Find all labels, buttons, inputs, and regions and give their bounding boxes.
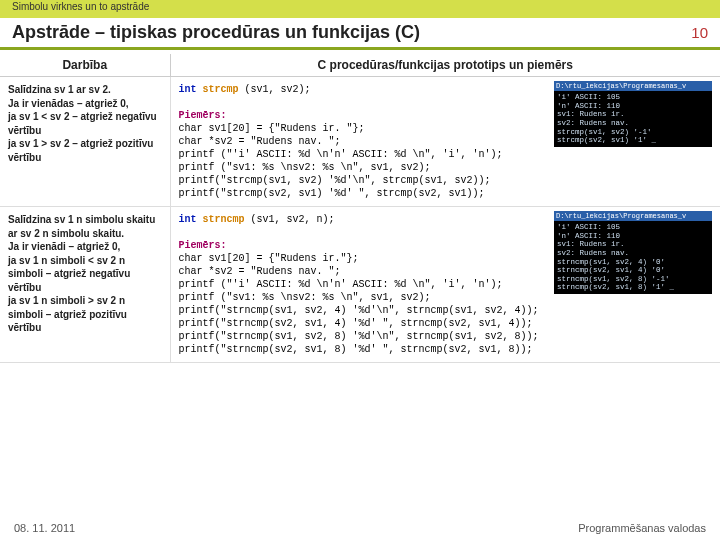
code-strcmp: int strcmp (sv1, sv2); Piemērs: char sv1… (170, 77, 550, 207)
desc-line: ja sv 1 n simboli > sv 2 n simboli – atg… (8, 295, 127, 333)
term-line: strcmp(sv1, sv2) '-1' (557, 128, 709, 137)
code-line: printf ("sv1: %s \nsv2: %s \n", sv1, sv2… (179, 292, 431, 303)
page-title: Apstrāde – tipiskas procedūras un funkci… (12, 22, 420, 43)
title-bar: Apstrāde – tipiskas procedūras un funkci… (0, 18, 720, 50)
table-row: Salīdzina sv 1 n simbolu skaitu ar sv 2 … (0, 207, 720, 363)
code-line: printf ("sv1: %s \nsv2: %s \n", sv1, sv2… (179, 162, 431, 173)
code-line: printf("strcmp(sv2, sv1) '%d' ", strcmp(… (179, 188, 485, 199)
functions-table: Darbība C procedūras/funkcijas prototips… (0, 54, 720, 363)
func-sig: (sv1, sv2); (239, 84, 311, 95)
func-name: strcmp (203, 84, 239, 95)
desc-line: Ja ir vienādi – atgriež 0, (8, 241, 120, 252)
term-line: strncmp(sv1, sv2, 4) '0' (557, 258, 709, 267)
code-line: char *sv2 = "Rudens nav. "; (179, 266, 341, 277)
code-line: printf("strncmp(sv2, sv1, 8) '%d' ", str… (179, 344, 533, 355)
code-line: printf("strcmp(sv1, sv2) '%d'\n", strcmp… (179, 175, 491, 186)
code-line: char sv1[20] = {"Rudens ir. "}; (179, 123, 365, 134)
output-strncmp: D:\rtu_lekcijas\Programesanas_v 'i' ASCI… (550, 207, 720, 363)
type-keyword: int (179, 214, 197, 225)
term-line: sv1: Rudens ir. (557, 240, 709, 249)
code-line: printf ("'i' ASCII: %d \n'n' ASCII: %d \… (179, 279, 503, 290)
func-sig: (sv1, sv2, n); (245, 214, 335, 225)
term-line: 'i' ASCII: 105 (557, 223, 709, 232)
term-line: sv2: Rudens nav. (557, 119, 709, 128)
term-line: sv1: Rudens ir. (557, 110, 709, 119)
footer: 08. 11. 2011 Programmēšanas valodas (0, 522, 720, 534)
example-label: Piemērs: (179, 110, 227, 121)
code-line: printf("strncmp(sv1, sv2, 4) '%d'\n", st… (179, 305, 539, 316)
term-line: strncmp(sv1, sv2, 8) '-1' (557, 275, 709, 284)
desc-line: Salīdzina sv 1 n simbolu skaitu ar sv 2 … (8, 214, 155, 239)
desc-line: Salīdzina sv 1 ar sv 2. (8, 84, 111, 95)
terminal-output: D:\rtu_lekcijas\Programesanas_v 'i' ASCI… (554, 81, 712, 147)
desc-strcmp: Salīdzina sv 1 ar sv 2. Ja ir vienādas –… (0, 77, 170, 207)
desc-line: Ja ir vienādas – atgriež 0, (8, 98, 129, 109)
course-name: Programmēšanas valodas (578, 522, 706, 534)
code-line: printf("strncmp(sv1, sv2, 8) '%d'\n", st… (179, 331, 539, 342)
col-prototype: C procedūras/funkcijas prototips un piem… (170, 54, 720, 77)
term-line: strncmp(sv2, sv1, 8) '1' _ (557, 283, 709, 292)
term-line: sv2: Rudens nav. (557, 249, 709, 258)
code-line: char *sv2 = "Rudens nav. "; (179, 136, 341, 147)
example-label: Piemērs: (179, 240, 227, 251)
desc-line: ja sv 1 < sv 2 – atgriež negatīvu vērtīb… (8, 111, 157, 136)
code-strncmp: int strncmp (sv1, sv2, n); Piemērs: char… (170, 207, 550, 363)
code-line: printf ("'i' ASCII: %d \n'n' ASCII: %d \… (179, 149, 503, 160)
desc-strncmp: Salīdzina sv 1 n simbolu skaitu ar sv 2 … (0, 207, 170, 363)
func-name: strncmp (203, 214, 245, 225)
terminal-header: D:\rtu_lekcijas\Programesanas_v (554, 81, 712, 91)
slide-date: 08. 11. 2011 (14, 522, 75, 534)
table-header-row: Darbība C procedūras/funkcijas prototips… (0, 54, 720, 77)
page-number: 10 (691, 24, 708, 41)
term-line: strncmp(sv2, sv1, 4) '0' (557, 266, 709, 275)
table-row: Salīdzina sv 1 ar sv 2. Ja ir vienādas –… (0, 77, 720, 207)
desc-line: ja sv 1 n simboli < sv 2 n simboli – atg… (8, 255, 130, 293)
terminal-output: D:\rtu_lekcijas\Programesanas_v 'i' ASCI… (554, 211, 712, 294)
col-action: Darbība (0, 54, 170, 77)
terminal-header: D:\rtu_lekcijas\Programesanas_v (554, 211, 712, 221)
term-line: strcmp(sv2, sv1) '1' _ (557, 136, 709, 145)
output-strcmp: D:\rtu_lekcijas\Programesanas_v 'i' ASCI… (550, 77, 720, 207)
type-keyword: int (179, 84, 197, 95)
term-line: 'i' ASCII: 105 (557, 93, 709, 102)
code-line: char sv1[20] = {"Rudens ir."}; (179, 253, 359, 264)
breadcrumb: Simbolu virknes un to apstrāde (0, 0, 720, 18)
term-line: 'n' ASCII: 110 (557, 102, 709, 111)
code-line: printf("strncmp(sv2, sv1, 4) '%d' ", str… (179, 318, 533, 329)
term-line: 'n' ASCII: 110 (557, 232, 709, 241)
desc-line: ja sv 1 > sv 2 – atgriež pozitīvu vērtīb… (8, 138, 153, 163)
